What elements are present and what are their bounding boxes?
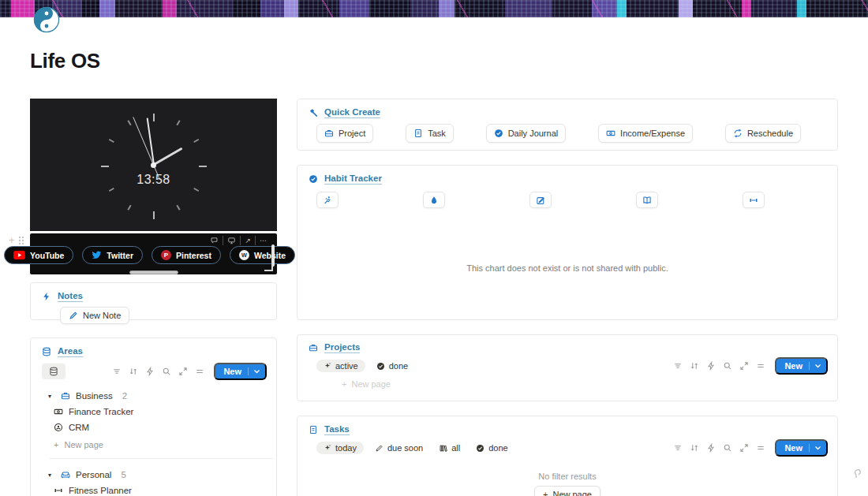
twitter-icon bbox=[92, 251, 102, 259]
chevron-down-icon[interactable] bbox=[249, 364, 265, 379]
areas-view-tab[interactable] bbox=[42, 364, 65, 379]
areas-toolbar: New bbox=[112, 363, 267, 380]
habit-tracker-title-link[interactable]: Habit Tracker bbox=[324, 173, 382, 185]
block-handle[interactable]: + bbox=[9, 235, 24, 245]
new-note-button[interactable]: New Note bbox=[60, 307, 129, 324]
tasks-new-page-button[interactable]: + New page bbox=[534, 486, 600, 496]
list-item-fitness-planner[interactable]: Fitness Planner bbox=[31, 486, 276, 495]
search-icon[interactable] bbox=[723, 443, 732, 453]
chevron-down-icon[interactable] bbox=[810, 441, 826, 455]
filter-icon[interactable] bbox=[673, 443, 683, 453]
pinterest-button[interactable]: P Pinterest bbox=[152, 246, 221, 264]
no-filter-results-message: No filter results bbox=[297, 472, 837, 481]
quick-create-buttons: Project Task Daily Journal Income/Expens… bbox=[297, 124, 837, 143]
database-icon bbox=[42, 347, 51, 356]
search-icon[interactable] bbox=[723, 361, 732, 371]
open-book-icon bbox=[642, 196, 652, 205]
areas-new-button[interactable]: New bbox=[214, 363, 267, 380]
website-button[interactable]: W Website bbox=[230, 246, 295, 264]
view-options-icon[interactable] bbox=[756, 361, 765, 371]
droplet-icon bbox=[429, 196, 439, 205]
notes-section: Notes New Note bbox=[30, 282, 277, 320]
toggle-icon[interactable]: ▾ bbox=[48, 472, 55, 479]
zap-icon[interactable] bbox=[706, 443, 716, 453]
filter-tab-due-soon[interactable]: due soon bbox=[370, 442, 428, 454]
tasks-section: Tasks today due soon all done bbox=[297, 416, 838, 496]
areas-title-link[interactable]: Areas bbox=[58, 346, 83, 357]
habit-journal-button[interactable] bbox=[529, 192, 552, 208]
analog-clock: 13:58 bbox=[95, 106, 213, 224]
toggle-icon[interactable]: ▾ bbox=[48, 393, 55, 400]
filter-tab-today[interactable]: today bbox=[316, 442, 364, 454]
check-circle-icon bbox=[376, 362, 385, 371]
twitter-button[interactable]: Twitter bbox=[82, 246, 143, 264]
create-task-button[interactable]: Task bbox=[406, 124, 454, 143]
clock-center-dot bbox=[151, 162, 156, 168]
social-buttons-row: YouTube Twitter P Pinterest W Website bbox=[30, 246, 269, 264]
tasks-title-link[interactable]: Tasks bbox=[324, 424, 350, 435]
filter-tab-active[interactable]: active bbox=[316, 360, 365, 372]
expand-icon[interactable] bbox=[739, 443, 749, 453]
zap-icon[interactable] bbox=[706, 361, 716, 371]
search-icon[interactable] bbox=[162, 367, 171, 376]
pointer-artifact bbox=[854, 468, 862, 482]
list-item-finance-tracker[interactable]: Finance Tracker bbox=[31, 407, 276, 416]
edit-square-icon bbox=[536, 196, 545, 205]
page-icon[interactable] bbox=[33, 6, 60, 33]
database-view-icon bbox=[49, 367, 58, 376]
resize-corner[interactable] bbox=[264, 263, 273, 271]
projects-title-link[interactable]: Projects bbox=[324, 342, 360, 353]
pinterest-icon: P bbox=[161, 250, 171, 260]
drag-handle-icon[interactable] bbox=[18, 236, 24, 245]
areas-group-personal[interactable]: ▾ Personal 5 bbox=[31, 470, 276, 479]
tasks-new-button[interactable]: New bbox=[775, 439, 828, 457]
page-title: Life OS bbox=[30, 49, 100, 73]
projects-new-page[interactable]: + New page bbox=[342, 379, 391, 389]
resize-handle[interactable] bbox=[129, 270, 178, 274]
habit-workout-button[interactable] bbox=[743, 192, 765, 208]
filter-tab-done[interactable]: done bbox=[471, 442, 512, 454]
areas-new-page[interactable]: + New page bbox=[31, 440, 276, 449]
filter-icon[interactable] bbox=[112, 367, 122, 376]
habit-water-button[interactable] bbox=[423, 192, 445, 208]
zap-icon[interactable] bbox=[145, 367, 155, 376]
create-daily-journal-button[interactable]: Daily Journal bbox=[486, 124, 567, 143]
habit-reading-button[interactable] bbox=[636, 192, 658, 208]
notes-title-link[interactable]: Notes bbox=[58, 291, 83, 302]
view-options-icon[interactable] bbox=[756, 443, 765, 453]
youtube-button[interactable]: YouTube bbox=[4, 246, 73, 264]
sort-icon[interactable] bbox=[129, 367, 138, 376]
chevron-down-icon[interactable] bbox=[810, 359, 826, 373]
sort-icon[interactable] bbox=[690, 361, 699, 371]
open-external-icon[interactable]: ↗ bbox=[240, 236, 255, 245]
dumbbell-icon bbox=[749, 196, 758, 205]
projects-new-button[interactable]: New bbox=[775, 357, 828, 375]
hammer-icon bbox=[309, 108, 318, 117]
filter-tab-done[interactable]: done bbox=[372, 360, 413, 372]
create-income-expense-button[interactable]: Income/Expense bbox=[598, 124, 693, 143]
view-options-icon[interactable] bbox=[195, 367, 204, 376]
task-icon bbox=[413, 129, 423, 138]
habit-exercise-button[interactable] bbox=[316, 192, 339, 208]
filter-icon[interactable] bbox=[673, 361, 683, 371]
expand-icon[interactable] bbox=[178, 367, 188, 376]
filter-tab-all[interactable]: all bbox=[434, 442, 465, 454]
list-item-crm[interactable]: CRM bbox=[31, 423, 276, 432]
plus-icon: + bbox=[54, 440, 58, 449]
create-project-button[interactable]: Project bbox=[316, 124, 373, 143]
dumbbell-icon bbox=[54, 486, 63, 495]
expand-icon[interactable] bbox=[739, 361, 749, 371]
more-options-icon[interactable]: ⋯ bbox=[255, 236, 271, 245]
reschedule-button[interactable]: Reschedule bbox=[725, 124, 801, 143]
plus-icon: + bbox=[342, 379, 346, 389]
tasks-toolbar: New bbox=[673, 439, 828, 457]
comment-icon[interactable] bbox=[206, 236, 223, 245]
areas-group-business[interactable]: ▾ Business 2 bbox=[31, 391, 276, 401]
sparkle-icon bbox=[324, 362, 331, 370]
banner-image[interactable] bbox=[0, 0, 868, 17]
quick-create-title-link[interactable]: Quick Create bbox=[324, 107, 380, 118]
sort-icon[interactable] bbox=[690, 443, 699, 453]
browser-icon[interactable] bbox=[223, 236, 240, 245]
add-block-icon[interactable]: + bbox=[9, 235, 15, 245]
chart-error-message: This chart does not exist or is not shar… bbox=[297, 263, 837, 273]
